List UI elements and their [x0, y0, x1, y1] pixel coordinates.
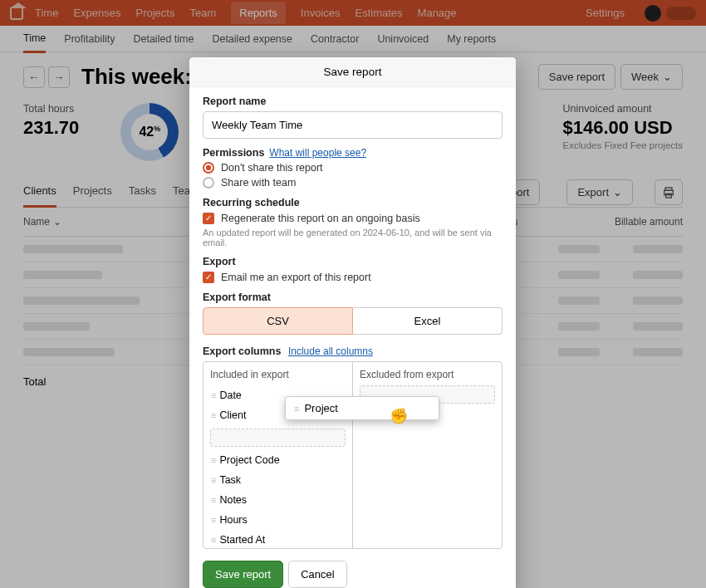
col-item-hours[interactable]: ≡Hours [210, 510, 346, 530]
modal-title: Save report [189, 57, 516, 87]
grip-icon: ≡ [211, 515, 214, 525]
report-name-input[interactable] [203, 111, 503, 139]
drop-zone[interactable] [210, 429, 346, 447]
columns-editor: Included in export ≡Date ≡Client ≡Projec… [203, 361, 503, 549]
export-section-label: Export [203, 256, 503, 267]
export-columns-label: Export columns [203, 345, 281, 357]
check-regenerate[interactable]: Regenerate this report on an ongoing bas… [203, 213, 503, 224]
excluded-header: Excluded from export [360, 369, 495, 380]
grip-icon: ≡ [211, 535, 214, 545]
recurring-label: Recurring schedule [203, 197, 503, 208]
grip-icon: ≡ [211, 475, 214, 485]
report-name-label: Report name [203, 96, 503, 107]
col-item-project-code[interactable]: ≡Project Code [210, 450, 346, 470]
checkbox-icon [203, 213, 214, 224]
include-all-columns-link[interactable]: Include all columns [288, 345, 373, 357]
recurring-note: An updated report will be generated on 2… [203, 228, 503, 247]
permissions-label: Permissions [203, 147, 264, 159]
radio-icon [203, 162, 214, 174]
export-format-label: Export format [203, 292, 503, 303]
save-report-button[interactable]: Save report [203, 561, 283, 588]
dragging-item-project[interactable]: ≡Project [285, 396, 439, 420]
grip-icon: ≡ [294, 404, 297, 414]
grip-icon: ≡ [211, 410, 214, 420]
format-excel[interactable]: Excel [353, 307, 503, 335]
grip-icon: ≡ [211, 455, 214, 465]
radio-share-team[interactable]: Share with team [203, 177, 503, 189]
format-csv[interactable]: CSV [203, 307, 353, 335]
grab-cursor-icon: ✊ [390, 407, 408, 425]
col-item-notes[interactable]: ≡Notes [210, 490, 346, 510]
grip-icon: ≡ [211, 495, 214, 505]
permissions-help-link[interactable]: What will people see? [269, 147, 366, 159]
included-header: Included in export [210, 369, 346, 380]
save-report-modal: Save report Report name Permissions What… [189, 57, 516, 588]
col-item-started[interactable]: ≡Started At [210, 530, 346, 549]
col-item-task[interactable]: ≡Task [210, 470, 346, 490]
cancel-button[interactable]: Cancel [288, 561, 346, 588]
check-email-export[interactable]: Email me an export of this report [203, 272, 503, 283]
radio-dont-share[interactable]: Don't share this report [203, 162, 503, 174]
checkbox-icon [203, 272, 214, 283]
radio-icon [203, 177, 214, 189]
grip-icon: ≡ [211, 390, 214, 400]
